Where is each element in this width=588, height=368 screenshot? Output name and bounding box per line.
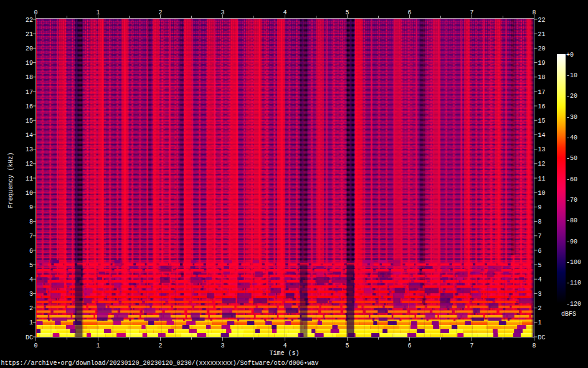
svg-text:3: 3 (538, 291, 542, 298)
svg-text:14: 14 (538, 132, 546, 139)
svg-text:6: 6 (407, 9, 411, 16)
svg-text:12: 12 (538, 161, 546, 167)
svg-text:Frequency (kHz): Frequency (kHz) (7, 152, 14, 208)
svg-text:21: 21 (26, 31, 33, 38)
svg-text:15: 15 (538, 118, 546, 125)
svg-text:21: 21 (538, 31, 546, 38)
svg-text:17: 17 (538, 89, 546, 96)
svg-text:DC: DC (538, 334, 546, 341)
svg-text:5: 5 (29, 262, 33, 269)
svg-text:-100: -100 (566, 259, 581, 266)
svg-text:22: 22 (538, 17, 546, 24)
svg-text:20: 20 (538, 45, 546, 52)
svg-text:-20: -20 (566, 93, 577, 100)
svg-text:7: 7 (29, 233, 33, 240)
svg-text:15: 15 (26, 118, 33, 125)
svg-text:2: 2 (158, 342, 162, 349)
svg-text:7: 7 (470, 9, 473, 16)
svg-text:11: 11 (538, 176, 546, 182)
svg-text:6: 6 (538, 248, 542, 255)
svg-text:9: 9 (538, 204, 542, 211)
svg-text:1: 1 (96, 342, 100, 349)
svg-text:4: 4 (538, 276, 542, 283)
svg-text:13: 13 (26, 146, 33, 153)
svg-text:8: 8 (29, 219, 33, 225)
svg-text:-70: -70 (566, 197, 577, 204)
svg-text:17: 17 (26, 89, 33, 96)
svg-text:4: 4 (283, 342, 287, 349)
svg-text:2: 2 (538, 305, 542, 312)
svg-text:19: 19 (26, 60, 33, 67)
svg-text:18: 18 (538, 74, 546, 81)
svg-text:-10: -10 (566, 72, 577, 79)
svg-text:3: 3 (220, 342, 224, 349)
svg-text:3: 3 (29, 291, 33, 298)
svg-text:dBFS: dBFS (561, 311, 576, 318)
svg-text:11: 11 (26, 176, 33, 182)
svg-text:2: 2 (29, 305, 33, 312)
svg-text:1: 1 (538, 319, 542, 326)
svg-text:12: 12 (26, 161, 33, 167)
svg-text:10: 10 (538, 190, 546, 197)
svg-text:8: 8 (538, 219, 542, 225)
svg-text:https://archive•org/download/2: https://archive•org/download/20230120_20… (1, 360, 319, 367)
svg-text:-120: -120 (566, 301, 581, 308)
svg-text:16: 16 (26, 103, 33, 110)
svg-text:7: 7 (470, 342, 473, 349)
svg-text:22: 22 (26, 17, 33, 24)
svg-text:5: 5 (345, 9, 349, 16)
svg-text:19: 19 (538, 60, 546, 67)
svg-text:5: 5 (538, 262, 542, 269)
svg-text:14: 14 (26, 132, 33, 139)
svg-text:3: 3 (220, 9, 224, 16)
svg-text:-30: -30 (566, 114, 577, 121)
svg-text:4: 4 (283, 9, 287, 16)
svg-text:4: 4 (29, 276, 33, 283)
svg-text:6: 6 (407, 342, 411, 349)
svg-text:-50: -50 (566, 155, 577, 162)
svg-text:Time (s): Time (s) (269, 350, 299, 357)
svg-text:10: 10 (26, 190, 33, 197)
svg-text:7: 7 (538, 233, 542, 240)
svg-text:5: 5 (345, 342, 349, 349)
svg-text:9: 9 (29, 204, 33, 211)
svg-text:-40: -40 (566, 134, 577, 141)
svg-text:+0: +0 (566, 52, 574, 59)
svg-text:0: 0 (34, 9, 37, 16)
svg-text:6: 6 (29, 248, 33, 255)
svg-text:-110: -110 (566, 280, 581, 286)
svg-text:18: 18 (26, 74, 33, 81)
svg-text:0: 0 (34, 342, 37, 349)
svg-text:8: 8 (532, 342, 536, 349)
svg-text:-60: -60 (566, 176, 577, 183)
svg-text:-80: -80 (566, 217, 577, 224)
svg-text:20: 20 (26, 45, 33, 52)
svg-text:8: 8 (532, 9, 536, 16)
svg-text:1: 1 (29, 319, 33, 326)
svg-text:16: 16 (538, 103, 546, 110)
svg-text:-90: -90 (566, 238, 577, 245)
svg-text:DC: DC (26, 334, 33, 341)
svg-text:1: 1 (96, 9, 100, 16)
svg-text:13: 13 (538, 146, 546, 153)
svg-text:2: 2 (158, 9, 162, 16)
